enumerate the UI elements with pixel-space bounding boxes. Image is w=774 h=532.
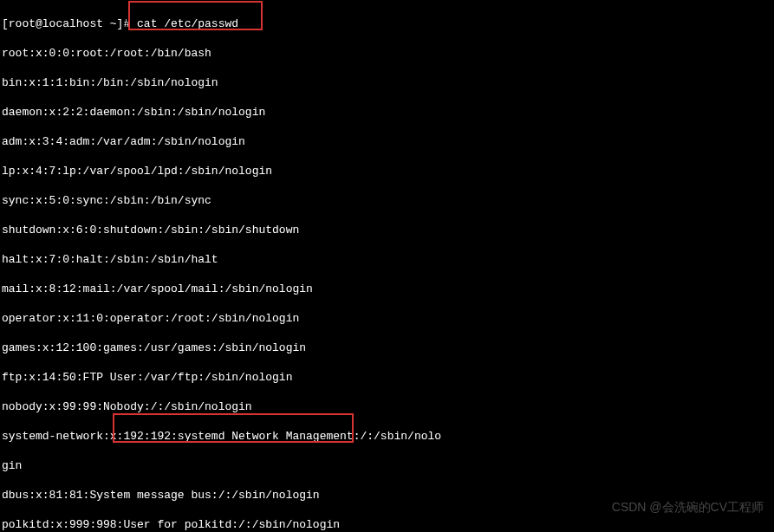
output-line: adm:x:3:4:adm:/var/adm:/sbin/nologin [2, 134, 772, 149]
output-line: systemd-network:x:192:192:systemd Networ… [2, 429, 772, 444]
output-line: daemon:x:2:2:daemon:/sbin:/sbin/nologin [2, 105, 772, 120]
command-text: cat /etc/passwd [137, 17, 238, 30]
terminal-output[interactable]: [root@localhost ~]# cat /etc/passwd root… [2, 2, 772, 532]
output-line: mail:x:8:12:mail:/var/spool/mail:/sbin/n… [2, 282, 772, 296]
output-line: nobody:x:99:99:Nobody:/:/sbin/nologin [2, 399, 772, 414]
command-line-1: [root@localhost ~]# cat /etc/passwd [2, 16, 772, 31]
output-line: ftp:x:14:50:FTP User:/var/ftp:/sbin/nolo… [2, 370, 772, 385]
output-line: sync:x:5:0:sync:/sbin:/bin/sync [2, 193, 772, 208]
output-line: operator:x:11:0:operator:/root:/sbin/nol… [2, 311, 772, 326]
output-line: games:x:12:100:games:/usr/games:/sbin/no… [2, 341, 772, 355]
output-line: polkitd:x:999:998:User for polkitd:/:/sb… [2, 517, 772, 532]
prompt: [root@localhost ~]# [2, 17, 137, 30]
output-line: bin:x:1:1:bin:/bin:/sbin/nologin [2, 75, 772, 90]
output-line: root:x:0:0:root:/root:/bin/bash [2, 46, 772, 61]
output-line: shutdown:x:6:0:shutdown:/sbin:/sbin/shut… [2, 223, 772, 237]
output-line: halt:x:7:0:halt:/sbin:/sbin/halt [2, 252, 772, 267]
output-line: dbus:x:81:81:System message bus:/:/sbin/… [2, 488, 772, 503]
output-line: gin [2, 458, 772, 473]
output-line: lp:x:4:7:lp:/var/spool/lpd:/sbin/nologin [2, 164, 772, 178]
